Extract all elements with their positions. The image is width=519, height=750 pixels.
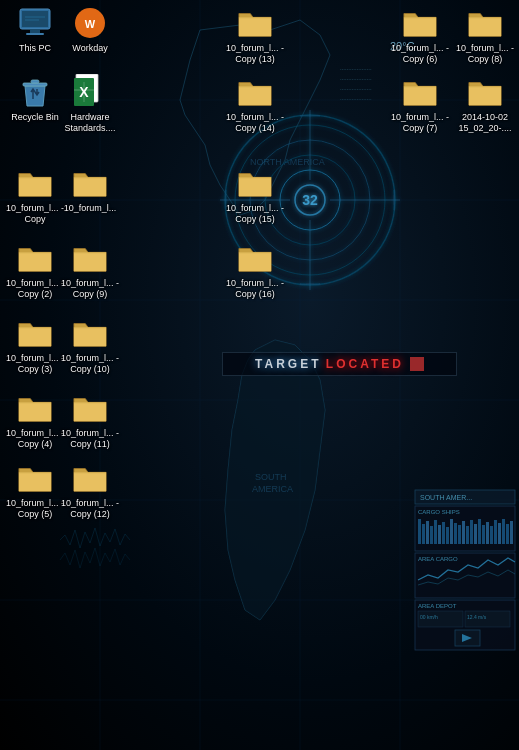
icon-forum-copy14-label: 10_forum_l... - Copy (14) bbox=[225, 112, 285, 134]
icon-forum-copy4-label: 10_forum_l... - Copy (4) bbox=[5, 428, 65, 450]
desktop: This PC W Workday Recycle bbox=[0, 0, 519, 750]
svg-rect-103 bbox=[19, 472, 51, 473]
svg-rect-93 bbox=[19, 177, 51, 178]
icon-forum-copy8-label: 10_forum_l... - Copy (8) bbox=[455, 43, 515, 65]
icon-forum-copy6-label: 10_forum_l... - Copy (6) bbox=[390, 43, 450, 65]
icon-recycle-bin[interactable]: Recycle Bin bbox=[5, 74, 65, 123]
icon-forum-copy10[interactable]: 10_forum_l... - Copy (10) bbox=[60, 315, 120, 375]
folder-icon bbox=[72, 240, 108, 276]
svg-rect-80 bbox=[23, 83, 47, 86]
svg-rect-87 bbox=[239, 17, 271, 18]
folder-icon bbox=[72, 165, 108, 201]
icon-forum-copy[interactable]: 10_forum_l... - Copy bbox=[5, 165, 65, 225]
recycle-bin-icon bbox=[17, 74, 53, 110]
icon-hardware-standards[interactable]: X Hardware Standards.... bbox=[60, 74, 120, 134]
icon-forum-copy5-label: 10_forum_l... - Copy (5) bbox=[5, 498, 65, 520]
svg-text:W: W bbox=[85, 18, 96, 30]
folder-icon bbox=[17, 460, 53, 496]
icon-forum-copy15[interactable]: 10_forum_l... - Copy (15) bbox=[225, 165, 285, 225]
icon-forum-copy4[interactable]: 10_forum_l... - Copy (4) bbox=[5, 390, 65, 450]
svg-rect-91 bbox=[404, 86, 436, 87]
excel-icon: X bbox=[72, 74, 108, 110]
folder-icon bbox=[237, 5, 273, 41]
folder-icon bbox=[17, 240, 53, 276]
svg-rect-74 bbox=[30, 29, 40, 33]
icon-forum-plain[interactable]: 10_forum_l... bbox=[60, 165, 120, 214]
icon-forum-copy13-label: 10_forum_l... - Copy (13) bbox=[225, 43, 285, 65]
icon-forum-copy12[interactable]: 10_forum_l... - Copy (12) bbox=[60, 460, 120, 520]
icon-forum-date-label: 2014-10-02 15_02_20-.... bbox=[455, 112, 515, 134]
icon-forum-copy-label: 10_forum_l... - Copy bbox=[5, 203, 65, 225]
icon-forum-copy6[interactable]: 10_forum_l... - Copy (6) bbox=[390, 5, 450, 65]
icon-this-pc-label: This PC bbox=[19, 43, 51, 54]
folder-icon bbox=[467, 5, 503, 41]
icon-forum-copy7-label: 10_forum_l... - Copy (7) bbox=[390, 112, 450, 134]
icon-forum-copy7[interactable]: 10_forum_l... - Copy (7) bbox=[390, 74, 450, 134]
icon-forum-copy8[interactable]: 10_forum_l... - Copy (8) bbox=[455, 5, 515, 65]
svg-rect-88 bbox=[404, 17, 436, 18]
svg-rect-96 bbox=[19, 252, 51, 253]
svg-rect-102 bbox=[74, 402, 106, 403]
svg-rect-89 bbox=[469, 17, 501, 18]
folder-icon bbox=[17, 315, 53, 351]
svg-rect-98 bbox=[239, 252, 271, 253]
icon-forum-copy15-label: 10_forum_l... - Copy (15) bbox=[225, 203, 285, 225]
svg-rect-104 bbox=[74, 472, 106, 473]
icon-forum-copy16[interactable]: 10_forum_l... - Copy (16) bbox=[225, 240, 285, 300]
icon-forum-date[interactable]: 2014-10-02 15_02_20-.... bbox=[455, 74, 515, 134]
icon-this-pc[interactable]: This PC bbox=[5, 5, 65, 54]
icon-forum-copy3-label: 10_forum_l... - Copy (3) bbox=[5, 353, 65, 375]
icon-workday-label: Workday bbox=[72, 43, 107, 54]
svg-rect-97 bbox=[74, 252, 106, 253]
icon-forum-copy9[interactable]: 10_forum_l... - Copy (9) bbox=[60, 240, 120, 300]
workday-icon: W bbox=[72, 5, 108, 41]
svg-rect-90 bbox=[239, 86, 271, 87]
icon-forum-plain-label: 10_forum_l... bbox=[64, 203, 117, 214]
icon-forum-copy2-label: 10_forum_l... - Copy (2) bbox=[5, 278, 65, 300]
folder-icon bbox=[467, 74, 503, 110]
folder-icon bbox=[17, 165, 53, 201]
icon-forum-copy5[interactable]: 10_forum_l... - Copy (5) bbox=[5, 460, 65, 520]
icon-forum-copy11-label: 10_forum_l... - Copy (11) bbox=[60, 428, 120, 450]
icon-forum-copy14[interactable]: 10_forum_l... - Copy (14) bbox=[225, 74, 285, 134]
folder-icon bbox=[72, 460, 108, 496]
icon-workday[interactable]: W Workday bbox=[60, 5, 120, 54]
icon-forum-copy9-label: 10_forum_l... - Copy (9) bbox=[60, 278, 120, 300]
svg-rect-101 bbox=[19, 402, 51, 403]
icon-forum-copy13[interactable]: 10_forum_l... - Copy (13) bbox=[225, 5, 285, 65]
folder-icon bbox=[402, 5, 438, 41]
svg-rect-99 bbox=[19, 327, 51, 328]
svg-rect-94 bbox=[74, 177, 106, 178]
svg-rect-92 bbox=[469, 86, 501, 87]
folder-icon bbox=[237, 74, 273, 110]
folder-icon bbox=[72, 315, 108, 351]
icon-hardware-standards-label: Hardware Standards.... bbox=[60, 112, 120, 134]
folder-icon bbox=[237, 240, 273, 276]
folder-icon bbox=[17, 390, 53, 426]
icon-forum-copy12-label: 10_forum_l... - Copy (12) bbox=[60, 498, 120, 520]
svg-rect-100 bbox=[74, 327, 106, 328]
icon-recycle-bin-label: Recycle Bin bbox=[11, 112, 59, 123]
pc-icon bbox=[17, 5, 53, 41]
folder-icon bbox=[72, 390, 108, 426]
icon-forum-copy3[interactable]: 10_forum_l... - Copy (3) bbox=[5, 315, 65, 375]
svg-rect-81 bbox=[31, 80, 39, 83]
svg-rect-73 bbox=[22, 11, 48, 27]
svg-rect-75 bbox=[26, 33, 44, 35]
svg-rect-95 bbox=[239, 177, 271, 178]
folder-icon bbox=[402, 74, 438, 110]
icon-forum-copy2[interactable]: 10_forum_l... - Copy (2) bbox=[5, 240, 65, 300]
icon-forum-copy16-label: 10_forum_l... - Copy (16) bbox=[225, 278, 285, 300]
icon-forum-copy11[interactable]: 10_forum_l... - Copy (11) bbox=[60, 390, 120, 450]
icon-forum-copy10-label: 10_forum_l... - Copy (10) bbox=[60, 353, 120, 375]
folder-icon bbox=[237, 165, 273, 201]
